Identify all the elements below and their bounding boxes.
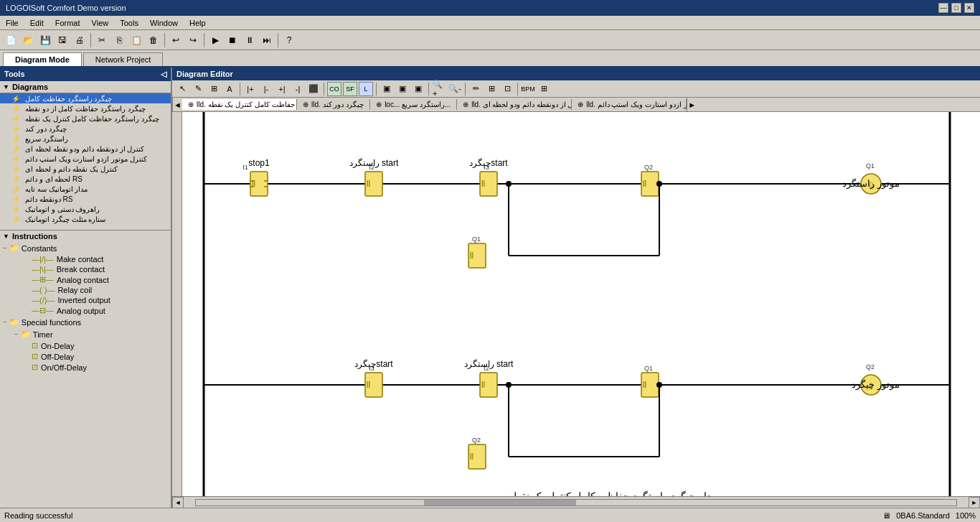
list-item[interactable]: ⚡ چیگرد راستگرد حفاظت کامل کنترل یک نقطه bbox=[0, 113, 171, 123]
help-button[interactable]: ? bbox=[281, 32, 297, 48]
list-item[interactable]: ⚡ راهروف دستی و اتوماتیک bbox=[0, 204, 171, 214]
text-tool[interactable]: A bbox=[222, 82, 237, 96]
menu-view[interactable]: View bbox=[86, 17, 115, 29]
menu-edit[interactable]: Edit bbox=[24, 17, 50, 29]
status-standard: 0BA6.Standard bbox=[896, 511, 950, 520]
contact-tool[interactable]: ⊞ bbox=[207, 82, 221, 96]
tree-leaf[interactable]: ⊡ Off-Delay bbox=[0, 351, 171, 362]
list-item[interactable]: ⚡ لحظه ای و دائم RS bbox=[0, 174, 171, 184]
special-functions-folder[interactable]: − 📁 Special functions bbox=[0, 316, 171, 328]
zoom-in[interactable]: 🔍+ bbox=[432, 82, 446, 96]
new-button[interactable]: 📄 bbox=[3, 32, 19, 48]
menu-window[interactable]: Window bbox=[144, 17, 184, 29]
del-col[interactable]: |- bbox=[259, 82, 273, 96]
pencil-tool[interactable]: ✏ bbox=[468, 82, 483, 96]
select-tool[interactable]: ↖ bbox=[175, 82, 189, 96]
co-mode[interactable]: CO bbox=[327, 82, 341, 96]
tree-leaf[interactable]: —⊞— Analog contact bbox=[0, 274, 171, 285]
scroll-left-arrow[interactable]: ◄ bbox=[172, 497, 184, 508]
sim-btn[interactable]: BPM bbox=[521, 82, 535, 96]
step-button[interactable]: ⏭ bbox=[259, 32, 275, 48]
print-button[interactable]: 🖨 bbox=[72, 32, 88, 48]
grid-tool[interactable]: ⊞ bbox=[484, 82, 499, 96]
scroll-right-arrow[interactable]: ► bbox=[969, 497, 980, 508]
block2[interactable]: ▣ bbox=[395, 82, 410, 96]
tree-leaf[interactable]: —( )— Relay coil bbox=[0, 285, 171, 295]
undo-button[interactable]: ↩ bbox=[168, 32, 184, 48]
list-item[interactable]: ⚡ کنترل یک نقطه دائم و لحظه ای bbox=[0, 164, 171, 174]
redo-button[interactable]: ↪ bbox=[185, 32, 201, 48]
scroll-thumb[interactable] bbox=[424, 500, 576, 505]
diagram-canvas[interactable]: || I1 stop1 || I2 راستگرد start || I3 چی… bbox=[182, 112, 980, 496]
tree-leaf[interactable]: —(/)— Inverted output bbox=[0, 295, 171, 305]
del-row[interactable]: -| bbox=[291, 82, 305, 96]
save2-button[interactable]: 🖫 bbox=[55, 32, 70, 48]
list-item[interactable]: ⚡ راستگرد سریع bbox=[0, 134, 171, 144]
block3[interactable]: ▣ bbox=[411, 82, 425, 96]
tools-collapse-icon[interactable]: ◁ bbox=[161, 70, 166, 79]
menu-help[interactable]: Help bbox=[184, 17, 212, 29]
horizontal-scrollbar[interactable]: ◄ ► bbox=[172, 496, 980, 508]
tab-diagram-mode[interactable]: Diagram Mode bbox=[3, 52, 82, 66]
tools-content[interactable]: ▼ Diagrams ⚡ چیگرد راستگرد حفاظت کامل ⚡ … bbox=[0, 81, 171, 508]
tree-leaf[interactable]: —⊟— Analog output bbox=[0, 305, 171, 316]
tree-leaf[interactable]: —|\|— Break contact bbox=[0, 264, 171, 274]
instructions-header[interactable]: ▼ Instructions bbox=[0, 230, 171, 242]
copy-button[interactable]: ⎘ bbox=[111, 32, 127, 48]
tree-leaf[interactable]: —|/|— Make contact bbox=[0, 254, 171, 264]
add-row[interactable]: +| bbox=[275, 82, 289, 96]
add-col[interactable]: |+ bbox=[243, 82, 258, 96]
constants-label: Constants bbox=[22, 244, 57, 253]
open-button[interactable]: 📂 bbox=[20, 32, 36, 48]
list-item[interactable]: ⚡ کنترل موتور ازدو استارت ویک استپ دائم bbox=[0, 154, 171, 164]
svg-point-32 bbox=[506, 181, 512, 187]
window-controls: — □ ✕ bbox=[938, 3, 974, 13]
minimize-button[interactable]: — bbox=[938, 3, 948, 13]
menu-tools[interactable]: Tools bbox=[114, 17, 144, 29]
btn5[interactable]: ⬛ bbox=[306, 82, 321, 96]
sim-btn2[interactable]: ⊞ bbox=[537, 82, 551, 96]
list-item[interactable]: ⚡ چیگرد دور کند bbox=[0, 123, 171, 134]
tree-leaf[interactable]: ⊡ On/Off-Delay bbox=[0, 362, 171, 373]
run-button[interactable]: ▶ bbox=[207, 32, 223, 48]
block1[interactable]: ▣ bbox=[380, 82, 394, 96]
delete-button[interactable]: 🗑 bbox=[146, 32, 161, 48]
tab-network-project[interactable]: Network Project bbox=[83, 52, 164, 66]
ld-mode[interactable]: L bbox=[359, 82, 373, 96]
menu-format[interactable]: Format bbox=[50, 17, 86, 29]
tab-label4: lld. کنترل از دونقطه دائم ودو لحظه ای... bbox=[471, 101, 572, 108]
pause-button[interactable]: ⏸ bbox=[242, 32, 258, 48]
tab-scroll-left[interactable]: ◄ bbox=[172, 98, 182, 112]
scroll-track[interactable] bbox=[195, 499, 957, 506]
timer-folder[interactable]: − 📁 Timer bbox=[0, 328, 171, 340]
list-item[interactable]: ⚡ دونقطه دائم RS bbox=[0, 194, 171, 204]
close-button[interactable]: ✕ bbox=[964, 3, 974, 13]
tree-leaf[interactable]: ⊡ On-Delay bbox=[0, 340, 171, 351]
diagram-tab-4[interactable]: ⊕ lld. کنترل از دونقطه دائم ودو لحظه ای.… bbox=[457, 99, 572, 110]
sf-mode[interactable]: SF bbox=[343, 82, 357, 96]
diagram-tab-2[interactable]: ⊕ lld. چیگرد دور کند bbox=[297, 99, 370, 110]
list-item[interactable]: ⚡ کنترل از دونقطه دائم ودو نقطه لحظه ای bbox=[0, 144, 171, 154]
diagrams-section-header[interactable]: ▼ Diagrams bbox=[0, 81, 171, 93]
menu-file[interactable]: File bbox=[0, 17, 24, 29]
diagram-tab-3[interactable]: ⊕ loc... راستگرد سریع... bbox=[370, 99, 457, 110]
stop-button[interactable]: ⏹ bbox=[225, 32, 240, 48]
list-item[interactable]: ⚡ ستاره مثلث چیگرد اتوماتیک bbox=[0, 214, 171, 224]
title-bar: LOGOISoft Comfort Demo version — □ ✕ bbox=[0, 0, 980, 16]
save-button[interactable]: 💾 bbox=[37, 32, 53, 48]
wire-tool[interactable]: ✎ bbox=[191, 82, 205, 96]
diagram-tab-5[interactable]: ⊕ lld. کنترل موتور ازدو استارت ویک استپ … bbox=[572, 99, 687, 110]
list-item[interactable]: ⚡ چیگرد راستگرد حفاظت کامل bbox=[0, 93, 171, 103]
diagram-tab-active[interactable]: ⊕ lld. چیگرد راستگرد حفاظت کامل کنترل یک… bbox=[182, 99, 297, 110]
prop-tool[interactable]: ⊡ bbox=[500, 82, 514, 96]
svg-text:||: || bbox=[481, 381, 485, 388]
cut-button[interactable]: ✂ bbox=[94, 32, 110, 48]
minus-icon: − bbox=[3, 318, 7, 326]
tab-scroll-right[interactable]: ► bbox=[687, 98, 697, 112]
constants-folder[interactable]: − 📁 Constants bbox=[0, 242, 171, 254]
list-item[interactable]: ⚡ مدار اتوماتیک سه تایه bbox=[0, 184, 171, 194]
maximize-button[interactable]: □ bbox=[951, 3, 961, 13]
list-item[interactable]: ⚡ چیگرد راستگرد حفاظت کامل از دو نقطه bbox=[0, 103, 171, 113]
zoom-out[interactable]: 🔍- bbox=[448, 82, 462, 96]
paste-button[interactable]: 📋 bbox=[128, 32, 144, 48]
